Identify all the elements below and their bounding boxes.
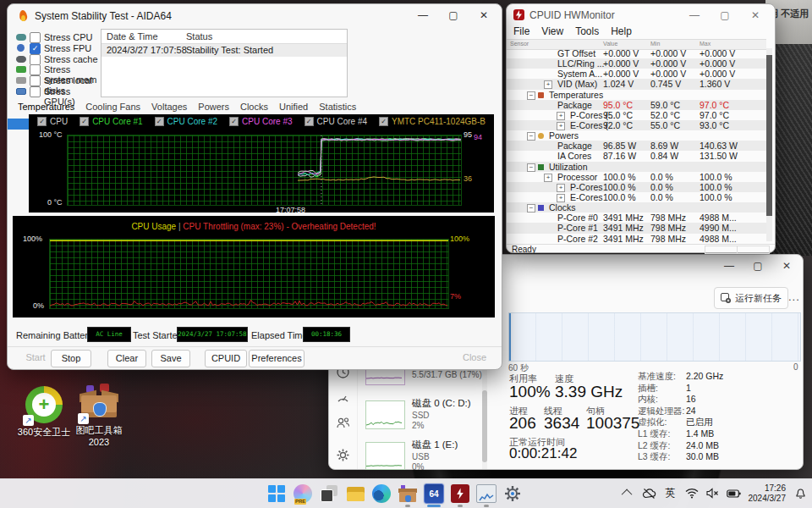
- memory-detail[interactable]: 5.5/31.7 GB (17%): [412, 370, 482, 379]
- disk0-mini-chart[interactable]: [365, 400, 405, 429]
- settings-gear-icon[interactable]: [336, 448, 350, 462]
- hw-sensor-row[interactable]: LLC/Ring ...+0.000 V+0.000 V+0.000 V: [507, 58, 766, 69]
- checkbox-icon[interactable]: ✓: [80, 117, 89, 126]
- expand-icon[interactable]: −: [527, 132, 535, 141]
- stop-button[interactable]: Stop: [51, 350, 91, 367]
- performance-monitor-button[interactable]: [475, 483, 497, 505]
- scrollbar[interactable]: [766, 48, 772, 241]
- expand-icon[interactable]: +: [557, 112, 565, 120]
- hw-sensor-row[interactable]: +E-Cores (...92.0 °C55.0 °C93.0 °C: [507, 120, 766, 130]
- checkbox-icon[interactable]: ✓: [155, 117, 164, 126]
- hw-sensor-row[interactable]: P-Core #23491 MHz798 MHz4988 M...: [507, 234, 766, 244]
- desktop-icon-360-safety[interactable]: + ↗ 360安全卫士: [14, 385, 74, 438]
- expand-icon[interactable]: +: [544, 80, 552, 89]
- checkbox-icon[interactable]: [30, 64, 41, 75]
- tab-clocks[interactable]: Clocks: [240, 102, 268, 112]
- hw-group-row[interactable]: −Clocks: [507, 202, 766, 213]
- volume-muted-icon[interactable]: [706, 487, 720, 500]
- users-icon[interactable]: [336, 416, 350, 430]
- expand-icon[interactable]: −: [527, 163, 535, 172]
- file-explorer-button[interactable]: [344, 483, 366, 505]
- maximize-button[interactable]: ▢: [710, 4, 739, 26]
- checkbox-icon[interactable]: ✓: [30, 43, 41, 54]
- hw-group-row[interactable]: −Utilization: [507, 162, 766, 172]
- hw-sensor-row[interactable]: IA Cores87.16 W0.84 W131.50 W: [507, 151, 766, 161]
- disk1-title[interactable]: 磁盘 1 (E:): [412, 439, 458, 451]
- log-col-datetime[interactable]: Date & Time: [107, 30, 158, 43]
- hw-sensor-row[interactable]: Package96.85 W8.69 W140.63 W: [507, 141, 766, 151]
- tab-unified[interactable]: Unified: [279, 102, 308, 112]
- menu-help[interactable]: Help: [611, 25, 632, 37]
- close-button[interactable]: ✕: [469, 4, 498, 26]
- stress-option-row[interactable]: Stress local disks: [14, 75, 99, 86]
- hw-group-row[interactable]: −Powers: [507, 130, 766, 141]
- expand-icon[interactable]: −: [527, 91, 535, 100]
- minimize-button[interactable]: —: [409, 4, 437, 26]
- edge-button[interactable]: [370, 483, 392, 505]
- checkbox-icon[interactable]: [30, 32, 41, 43]
- run-new-task-button[interactable]: 运行新任务: [714, 287, 788, 309]
- hw-sensor-row[interactable]: +P-Cores100.0 %0.0 %100.0 %: [507, 182, 766, 192]
- log-col-status[interactable]: Status: [186, 30, 212, 43]
- scrollbar-thumb[interactable]: [482, 390, 487, 462]
- aida64-button[interactable]: 64: [423, 483, 445, 505]
- maximize-button[interactable]: ▢: [439, 4, 468, 26]
- copilot-button[interactable]: PRE: [292, 483, 314, 505]
- expand-icon[interactable]: +: [544, 174, 552, 182]
- hidden-icons-chevron[interactable]: [622, 487, 635, 500]
- preferences-button[interactable]: Preferences: [249, 350, 304, 367]
- close-test-button[interactable]: Close: [456, 350, 493, 366]
- hw-sensor-row[interactable]: +VID (Max)1.024 V0.745 V1.360 V: [507, 79, 766, 89]
- close-button[interactable]: ✕: [741, 4, 770, 26]
- stress-option-row[interactable]: ✓Stress FPU: [14, 43, 99, 54]
- notifications-bell-icon[interactable]: [793, 487, 807, 500]
- desktop-icon-toolbox[interactable]: ↗ 图吧工具箱 2023: [69, 384, 129, 448]
- stress-option-row[interactable]: Stress CPU: [14, 32, 99, 43]
- cpuid-button[interactable]: CPUID: [205, 350, 247, 367]
- clear-button[interactable]: Clear: [107, 350, 146, 367]
- hw-sensor-row[interactable]: +E-Cores100.0 %0.0 %100.0 %: [507, 192, 766, 202]
- disk1-mini-chart[interactable]: [365, 442, 405, 470]
- maximize-button[interactable]: ▢: [743, 255, 772, 277]
- hw-sensor-row[interactable]: P-Core #13491 MHz798 MHz4990 M...: [507, 223, 766, 233]
- checkbox-icon[interactable]: [30, 75, 41, 86]
- minimize-button[interactable]: —: [680, 4, 709, 26]
- start-button[interactable]: Start: [16, 350, 55, 366]
- save-button[interactable]: Save: [151, 350, 190, 367]
- clock[interactable]: 17:26 2024/3/27: [749, 483, 787, 504]
- scrollbar-thumb[interactable]: [766, 55, 772, 216]
- close-button[interactable]: ✕: [772, 255, 801, 277]
- checkbox-icon[interactable]: [30, 86, 41, 97]
- startup-apps-icon[interactable]: [336, 390, 350, 405]
- minimize-button[interactable]: —: [715, 255, 743, 277]
- hwmonitor-button[interactable]: [449, 483, 471, 505]
- wifi-icon[interactable]: [685, 487, 699, 500]
- column-value[interactable]: Value: [603, 41, 617, 47]
- checkbox-icon[interactable]: [30, 54, 41, 65]
- hw-sensor-row[interactable]: Package95.0 °C59.0 °C97.0 °C: [507, 100, 766, 110]
- tab-powers[interactable]: Powers: [198, 102, 229, 112]
- expand-icon[interactable]: −: [527, 204, 535, 213]
- menu-file[interactable]: File: [513, 25, 529, 37]
- column-min[interactable]: Min: [650, 41, 660, 47]
- disk0-title[interactable]: 磁盘 0 (C: D:): [412, 397, 471, 410]
- menu-tools[interactable]: Tools: [575, 25, 599, 37]
- hw-sensor-row[interactable]: GT Offset+0.000 V+0.000 V+0.000 V: [507, 48, 766, 58]
- stress-option-row[interactable]: Stress system mem: [14, 64, 99, 75]
- checkbox-icon[interactable]: ✓: [379, 117, 388, 126]
- start-button[interactable]: [266, 483, 288, 505]
- menu-view[interactable]: View: [541, 25, 563, 37]
- checkbox-icon[interactable]: ✓: [304, 117, 314, 126]
- battery-icon[interactable]: [727, 487, 741, 500]
- tab-temperatures[interactable]: Temperatures: [18, 102, 74, 112]
- stress-option-row[interactable]: Stress GPU(s): [14, 86, 99, 97]
- stress-option-row[interactable]: Stress cache: [14, 54, 99, 65]
- ime-language-indicator[interactable]: 英: [664, 487, 678, 500]
- log-row[interactable]: 2024/3/27 17:07:58 Stability Test: Start…: [102, 44, 347, 57]
- hw-sensor-row[interactable]: +P-Cores (...95.0 °C52.0 °C97.0 °C: [507, 110, 766, 120]
- tab-voltages[interactable]: Voltages: [151, 102, 187, 112]
- column-max[interactable]: Max: [700, 41, 710, 47]
- hw-sensor-row[interactable]: P-Core #03491 MHz798 MHz4988 M...: [507, 213, 766, 223]
- hw-group-row[interactable]: −Temperatures: [507, 90, 766, 100]
- scrollbar[interactable]: [482, 356, 487, 469]
